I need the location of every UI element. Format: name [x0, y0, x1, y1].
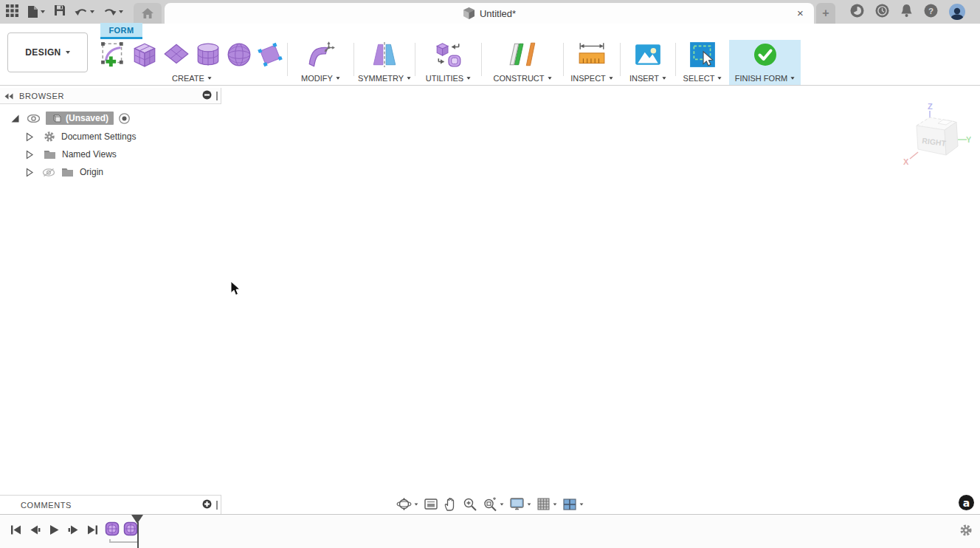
close-tab-icon[interactable]: ×: [794, 7, 807, 19]
collapse-panel-icon[interactable]: [4, 89, 13, 103]
section-create: CREATE: [97, 40, 287, 85]
symmetry-menu[interactable]: SYMMETRY: [358, 72, 411, 84]
workspace-switcher-button[interactable]: DESIGN: [7, 32, 88, 72]
insert-image-icon[interactable]: [634, 41, 662, 72]
plane-primitive-icon[interactable]: [162, 41, 191, 72]
tree-item-label: Origin: [80, 167, 103, 177]
expand-arrow-icon[interactable]: [25, 168, 34, 177]
orbit-button[interactable]: [396, 496, 418, 512]
browser-root-row[interactable]: (Unsaved): [10, 110, 130, 126]
view-cube[interactable]: Z RIGHT Y X: [897, 99, 971, 179]
browser-panel-header: BROWSER: [0, 88, 221, 104]
chevron-down-icon: [336, 77, 339, 79]
display-mode-icon[interactable]: [202, 89, 212, 103]
new-tab-button[interactable]: +: [816, 3, 835, 24]
grid-icon: [536, 497, 551, 511]
redo-button[interactable]: [103, 7, 123, 17]
mouse-cursor: [230, 281, 241, 299]
document-tab[interactable]: Untitled* ×: [165, 3, 814, 24]
step-back-icon[interactable]: [30, 524, 41, 538]
select-window-icon[interactable]: [689, 41, 717, 72]
root-component-chip[interactable]: (Unsaved): [46, 112, 114, 125]
root-document-label: (Unsaved): [66, 113, 108, 123]
timeline-settings-gear-icon[interactable]: [959, 524, 973, 540]
create-menu[interactable]: CREATE: [172, 72, 212, 84]
notifications-bell-icon[interactable]: [900, 4, 913, 21]
section-modify: MODIFY: [288, 40, 353, 85]
add-comment-icon[interactable]: [202, 499, 212, 512]
finish-form-check-icon[interactable]: [753, 42, 778, 70]
box-primitive-icon[interactable]: [130, 41, 159, 72]
orbit-icon: [396, 496, 412, 512]
comments-bar[interactable]: COMMENTS: [0, 495, 221, 514]
save-icon[interactable]: [54, 4, 66, 19]
mirror-symmetry-icon[interactable]: [370, 41, 398, 72]
app-grid-icon[interactable]: [6, 4, 18, 20]
panel-resize-handle[interactable]: [216, 501, 218, 510]
job-status-clock-icon[interactable]: [875, 4, 889, 21]
visibility-off-eye-icon[interactable]: [42, 168, 55, 177]
expand-arrow-icon[interactable]: [25, 132, 34, 142]
play-icon[interactable]: [49, 524, 60, 538]
grid-display-button[interactable]: [536, 497, 557, 511]
browser-item-named-views[interactable]: Named Views: [25, 146, 117, 162]
titlebar-quick-access: [0, 4, 123, 20]
autodesk-badge[interactable]: a: [959, 495, 974, 510]
cylinder-primitive-icon[interactable]: [193, 41, 223, 72]
go-to-end-icon[interactable]: [87, 524, 98, 538]
section-insert: INSERT: [621, 40, 675, 85]
timeline-position-marker[interactable]: [131, 515, 144, 548]
fit-icon: [483, 497, 497, 512]
expanded-arrow-icon[interactable]: [10, 114, 20, 123]
ribbon-sections: CREATE MODIFY: [97, 40, 801, 85]
axis-y-label: Y: [966, 135, 971, 144]
tab-form[interactable]: FORM: [100, 23, 142, 37]
visibility-eye-icon[interactable]: [27, 114, 40, 123]
sphere-primitive-icon[interactable]: [225, 41, 253, 72]
step-forward-icon[interactable]: [68, 524, 79, 538]
measure-icon[interactable]: [577, 41, 607, 72]
inspect-menu[interactable]: INSPECT: [570, 72, 613, 84]
construct-menu[interactable]: CONSTRUCT: [493, 72, 551, 84]
select-menu[interactable]: SELECT: [683, 72, 722, 84]
zoom-button[interactable]: [463, 497, 477, 512]
construction-plane-icon[interactable]: [508, 41, 537, 72]
activate-radio-icon[interactable]: [119, 113, 130, 124]
fusion-app-window: Untitled* × + ? DESIGN: [0, 0, 980, 548]
go-to-start-icon[interactable]: [10, 524, 21, 538]
browser-item-origin[interactable]: Origin: [25, 164, 103, 180]
viewport-canvas[interactable]: BROWSER (Unsaved) Document Settings: [0, 86, 980, 515]
utilities-menu[interactable]: UTILITIES: [426, 72, 471, 84]
viewports-button[interactable]: [562, 498, 584, 511]
chevron-down-icon: [415, 503, 418, 505]
chevron-down-icon: [66, 51, 70, 54]
file-menu-button[interactable]: [27, 5, 45, 18]
insert-menu[interactable]: INSERT: [629, 72, 666, 84]
convert-utility-icon[interactable]: [434, 41, 463, 72]
help-icon[interactable]: ?: [924, 4, 938, 21]
pan-button[interactable]: [444, 497, 458, 512]
axis-z-label: Z: [928, 102, 933, 111]
panel-resize-handle[interactable]: [216, 92, 218, 100]
edit-form-icon[interactable]: [306, 41, 337, 72]
modify-menu[interactable]: MODIFY: [301, 72, 340, 84]
home-tab[interactable]: [134, 3, 162, 24]
form-feature-icon[interactable]: [105, 521, 120, 539]
look-at-icon: [424, 498, 438, 511]
tree-item-label: Document Settings: [61, 131, 136, 142]
finish-form-menu[interactable]: FINISH FORM: [735, 72, 796, 84]
section-construct: CONSTRUCT: [482, 40, 563, 85]
undo-button[interactable]: [75, 7, 94, 17]
chevron-down-icon: [580, 503, 584, 505]
fit-button[interactable]: [483, 497, 504, 512]
display-settings-button[interactable]: [509, 497, 531, 511]
extensions-icon[interactable]: [850, 4, 864, 21]
create-form-icon[interactable]: [100, 41, 128, 72]
chevron-down-icon: [609, 77, 612, 79]
expand-arrow-icon[interactable]: [25, 150, 34, 160]
profile-avatar[interactable]: [949, 4, 965, 20]
gear-icon: [44, 131, 55, 143]
browser-item-document-settings[interactable]: Document Settings: [25, 129, 136, 145]
face-primitive-icon[interactable]: [255, 41, 285, 72]
look-at-button[interactable]: [424, 498, 438, 511]
